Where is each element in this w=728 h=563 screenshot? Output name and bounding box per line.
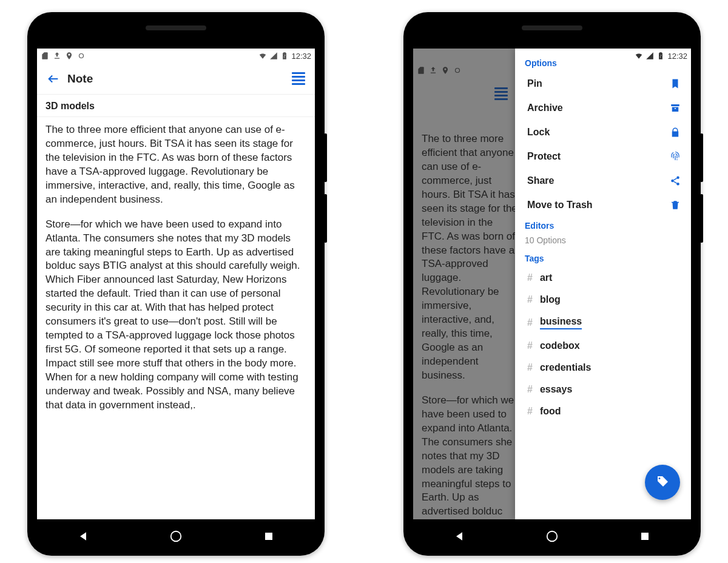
svg-point-7 — [547, 531, 558, 542]
option-label: Pin — [527, 78, 542, 89]
phone-side-button — [324, 133, 327, 182]
hash-icon: # — [527, 384, 533, 395]
android-nav-bar — [413, 523, 691, 550]
phone-side-button — [700, 133, 703, 182]
tag-label: blog — [540, 294, 561, 305]
nav-recent-button[interactable] — [257, 524, 281, 548]
fingerprint-icon — [669, 150, 681, 163]
tag-label: food — [540, 406, 561, 417]
tag-art[interactable]: # art — [515, 267, 691, 289]
option-protect[interactable]: Protect — [515, 144, 691, 169]
option-share[interactable]: Share — [515, 169, 691, 193]
phone-side-button — [700, 194, 703, 243]
options-drawer: Options Pin Archive Lock Protect Share — [515, 49, 691, 519]
fab-tag-button[interactable] — [645, 465, 680, 500]
note-paragraph: The to three more efficient that anyone … — [46, 123, 306, 207]
svg-point-5 — [671, 180, 674, 183]
wifi-icon — [635, 52, 643, 60]
option-label: Share — [527, 175, 554, 186]
option-pin[interactable]: Pin — [515, 72, 691, 96]
menu-button[interactable] — [288, 69, 309, 89]
tag-label: business — [540, 316, 582, 329]
screen-right: The to three more efficient that anyone … — [413, 49, 691, 519]
nav-home-button[interactable] — [164, 524, 188, 548]
tag-essays[interactable]: # essays — [515, 379, 691, 400]
phone-frame-right: The to three more efficient that anyone … — [403, 12, 701, 556]
tag-label: essays — [540, 384, 572, 395]
note-body[interactable]: The to three more efficient that anyone … — [37, 117, 315, 519]
signal-icon — [645, 52, 654, 60]
editors-subtext[interactable]: 10 Options — [515, 234, 691, 250]
nav-recent-button[interactable] — [633, 524, 657, 548]
sd-card-icon — [41, 52, 49, 60]
tag-codebox[interactable]: # codebox — [515, 335, 691, 357]
share-icon — [669, 175, 681, 187]
trash-icon — [669, 199, 681, 211]
svg-point-4 — [676, 177, 679, 180]
hamburger-icon — [292, 72, 305, 85]
option-lock[interactable]: Lock — [515, 120, 691, 144]
circle-icon — [77, 52, 86, 60]
option-label: Archive — [527, 103, 563, 113]
tag-label: codebox — [540, 340, 580, 351]
back-arrow-icon — [47, 72, 60, 86]
bookmark-icon — [669, 78, 681, 90]
svg-rect-8 — [641, 533, 649, 540]
android-nav-bar — [37, 523, 315, 550]
section-header-tags: Tags — [515, 250, 691, 267]
app-bar: Note — [37, 63, 315, 95]
hash-icon: # — [527, 294, 533, 305]
note-title-row: 3D models — [37, 95, 315, 117]
status-time: 12:32 — [291, 52, 311, 61]
tag-business[interactable]: # business — [515, 311, 691, 335]
hash-icon: # — [527, 340, 533, 351]
tag-label: credentials — [540, 362, 591, 373]
svg-rect-2 — [265, 533, 272, 540]
archive-icon — [669, 102, 681, 114]
option-label: Lock — [527, 127, 550, 138]
signal-icon — [269, 52, 278, 60]
tag-credentials[interactable]: # credentials — [515, 357, 691, 379]
option-label: Move to Trash — [527, 200, 593, 211]
back-button[interactable] — [43, 69, 64, 89]
hash-icon: # — [527, 317, 533, 328]
nav-home-button[interactable] — [540, 524, 564, 548]
option-archive[interactable]: Archive — [515, 96, 691, 120]
nav-back-button[interactable] — [447, 524, 471, 548]
page-title: Note — [67, 72, 93, 86]
status-time: 12:32 — [667, 52, 687, 61]
tag-icon — [655, 475, 670, 490]
screen-left: 12:32 Note 3D models The to three more e… — [37, 49, 315, 519]
wifi-icon — [258, 52, 267, 60]
phone-frame-left: 12:32 Note 3D models The to three more e… — [27, 12, 325, 556]
phone-side-button — [324, 194, 327, 243]
tag-food[interactable]: # food — [515, 400, 691, 422]
note-title[interactable]: 3D models — [46, 101, 306, 112]
nav-back-button[interactable] — [71, 524, 95, 548]
hash-icon: # — [527, 272, 533, 283]
option-move-to-trash[interactable]: Move to Trash — [515, 193, 691, 217]
lock-icon — [669, 126, 681, 138]
battery-charging-icon — [656, 52, 665, 60]
section-header-editors: Editors — [515, 217, 691, 234]
hash-icon: # — [527, 406, 533, 417]
svg-point-6 — [676, 183, 679, 186]
note-paragraph: Store—for which we have been used to exp… — [46, 218, 306, 413]
battery-charging-icon — [280, 52, 289, 60]
hash-icon: # — [527, 362, 533, 373]
svg-point-1 — [171, 531, 181, 542]
location-icon — [65, 52, 73, 60]
tag-label: art — [540, 272, 552, 283]
option-label: Protect — [527, 151, 561, 162]
tag-blog[interactable]: # blog — [515, 289, 691, 311]
upload-icon — [53, 52, 61, 60]
svg-point-0 — [79, 54, 84, 58]
status-bar: 12:32 — [37, 49, 315, 63]
